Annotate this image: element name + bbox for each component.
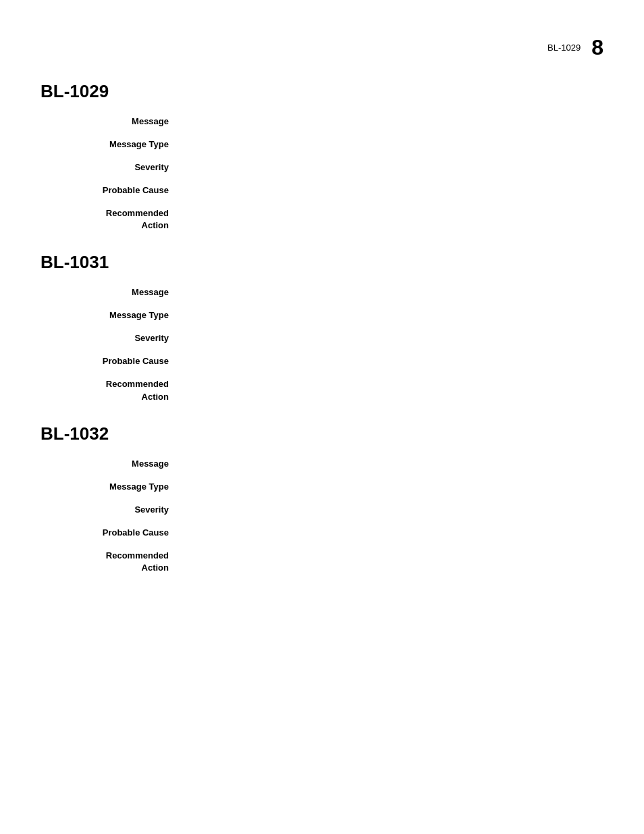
page-header: BL-1029 8 (547, 35, 603, 60)
field-value-message-1 (182, 115, 603, 132)
header-label: BL-1029 (547, 43, 581, 53)
field-value-probable-cause-3 (182, 527, 603, 543)
section-bl-1032: BL-1032 Message Message Type Severity Pr… (41, 423, 603, 574)
section-title-bl-1029: BL-1029 (41, 81, 603, 102)
field-row-message-1: Message (41, 115, 603, 132)
field-row-message-type-1: Message Type (41, 138, 603, 155)
section-bl-1029: BL-1029 Message Message Type Severity Pr… (41, 81, 603, 232)
field-value-recommended-action-1 (182, 207, 603, 232)
field-row-message-2: Message (41, 286, 603, 303)
field-value-recommended-action-3 (182, 550, 603, 574)
field-label-message-3: Message (41, 458, 182, 474)
field-value-severity-1 (182, 161, 603, 178)
field-label-severity-3: Severity (41, 504, 182, 520)
field-value-probable-cause-2 (182, 355, 603, 371)
field-label-severity-2: Severity (41, 332, 182, 348)
field-label-probable-cause-3: Probable Cause (41, 527, 182, 543)
field-label-severity-1: Severity (41, 161, 182, 178)
field-value-message-type-2 (182, 309, 603, 325)
field-row-recommended-action-1: RecommendedAction (41, 207, 603, 232)
field-row-recommended-action-2: RecommendedAction (41, 378, 603, 402)
field-value-message-2 (182, 286, 603, 303)
field-label-message-type-2: Message Type (41, 309, 182, 325)
field-value-severity-3 (182, 504, 603, 520)
field-value-severity-2 (182, 332, 603, 348)
field-row-severity-1: Severity (41, 161, 603, 178)
field-value-probable-cause-1 (182, 184, 603, 201)
field-row-severity-2: Severity (41, 332, 603, 348)
field-row-probable-cause-2: Probable Cause (41, 355, 603, 371)
field-row-message-type-3: Message Type (41, 481, 603, 497)
field-row-message-type-2: Message Type (41, 309, 603, 325)
field-label-probable-cause-1: Probable Cause (41, 184, 182, 201)
field-label-message-type-1: Message Type (41, 138, 182, 155)
field-row-probable-cause-3: Probable Cause (41, 527, 603, 543)
header-page-number: 8 (591, 35, 603, 60)
section-title-bl-1031: BL-1031 (41, 252, 603, 273)
field-row-severity-3: Severity (41, 504, 603, 520)
field-value-message-type-1 (182, 138, 603, 155)
field-value-message-type-3 (182, 481, 603, 497)
field-label-recommended-action-2: RecommendedAction (41, 378, 182, 402)
section-title-bl-1032: BL-1032 (41, 423, 603, 444)
field-label-probable-cause-2: Probable Cause (41, 355, 182, 371)
field-row-probable-cause-1: Probable Cause (41, 184, 603, 201)
field-label-message-1: Message (41, 115, 182, 132)
field-row-recommended-action-3: RecommendedAction (41, 550, 603, 574)
page-content: BL-1029 Message Message Type Severity Pr… (0, 0, 644, 635)
field-row-message-3: Message (41, 458, 603, 474)
field-value-recommended-action-2 (182, 378, 603, 402)
section-bl-1031: BL-1031 Message Message Type Severity Pr… (41, 252, 603, 402)
field-label-message-2: Message (41, 286, 182, 303)
field-label-message-type-3: Message Type (41, 481, 182, 497)
field-label-recommended-action-3: RecommendedAction (41, 550, 182, 574)
field-label-recommended-action-1: RecommendedAction (41, 207, 182, 232)
field-value-message-3 (182, 458, 603, 474)
